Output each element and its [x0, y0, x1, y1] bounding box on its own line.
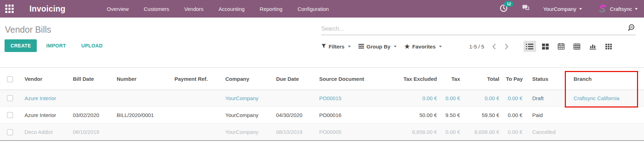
navbar-right: 12 YourCompany	[500, 4, 644, 14]
column-header-number[interactable]: Number	[112, 68, 170, 90]
cell-branch	[569, 106, 644, 123]
search-icon[interactable]	[627, 24, 635, 33]
cell-due_date: 08/10/2019	[272, 123, 314, 140]
cell-select	[0, 106, 20, 123]
cell-select	[0, 90, 20, 106]
cell-vendor: Azure Interior	[20, 106, 68, 123]
cell-source_document: PO00005	[314, 123, 385, 140]
cell-status: Paid	[527, 106, 569, 123]
cell-to_pay: 0.00 €	[504, 90, 527, 106]
cell-branch: Craftsync California	[569, 90, 644, 106]
cell-company: YourCompany	[221, 123, 272, 140]
column-header-tax[interactable]: Tax	[441, 68, 465, 90]
user-menu[interactable]: Craftsync	[598, 4, 638, 13]
activities-button[interactable]: 12	[500, 4, 508, 14]
app-name[interactable]: Invoicing	[29, 4, 66, 14]
control-panel: Vendor Bills CREATE IMPORT UPLOAD	[0, 18, 644, 68]
column-header-status[interactable]: Status	[527, 68, 569, 90]
cell-bill_date	[68, 90, 112, 106]
cell-total: 0.00 €	[465, 90, 504, 106]
cell-vendor: Deco Addict	[20, 123, 68, 140]
cell-tax: 0.00 €	[441, 90, 465, 106]
cell-number	[112, 123, 170, 140]
column-header-payment_ref[interactable]: Payment Ref.	[170, 68, 221, 90]
vendor-bills-table: VendorBill DateNumberPayment Ref.Company…	[0, 68, 644, 140]
create-button[interactable]: CREATE	[5, 39, 37, 52]
pager-next-button[interactable]	[503, 42, 511, 51]
column-header-source_document[interactable]: Source Document	[314, 68, 385, 90]
avatar	[598, 4, 607, 13]
import-button[interactable]: IMPORT	[46, 43, 66, 48]
favorites-dropdown[interactable]: ★ Favorites	[404, 44, 442, 50]
calendar-view-icon[interactable]	[555, 41, 568, 52]
select-all-header	[0, 68, 20, 90]
cell-status: Cancelled	[527, 123, 569, 140]
cell-total: 8,658.00 €	[465, 123, 504, 140]
table-row[interactable]: Deco Addict08/10/2019YourCompany08/10/20…	[0, 123, 644, 140]
cell-company: YourCompany	[221, 90, 272, 106]
messages-button[interactable]	[522, 5, 531, 13]
grid-view-icon[interactable]	[602, 41, 615, 52]
filters-dropdown[interactable]: Filters	[321, 44, 351, 50]
table-row[interactable]: Azure Interior03/02/2020BILL/2020/0001Yo…	[0, 106, 644, 123]
pager-previous-button[interactable]	[490, 42, 498, 51]
cell-payment_ref	[170, 90, 221, 106]
column-header-company[interactable]: Company	[221, 68, 272, 90]
column-header-due_date[interactable]: Due Date	[272, 68, 314, 90]
list-view-icon[interactable]	[523, 41, 536, 52]
cell-due_date: 04/30/2020	[272, 106, 314, 123]
pivot-view-icon[interactable]	[571, 41, 583, 52]
cell-number: BILL/2020/0001	[112, 106, 170, 123]
menu-item-reporting[interactable]: Reporting	[260, 6, 282, 12]
column-header-bill_date[interactable]: Bill Date	[68, 68, 112, 90]
cell-tax: 9.50 €	[441, 106, 465, 123]
column-header-total[interactable]: Total	[465, 68, 504, 90]
cell-number	[112, 90, 170, 106]
star-icon: ★	[404, 44, 410, 50]
upload-button[interactable]: UPLOAD	[81, 43, 103, 48]
menu-item-customers[interactable]: Customers	[144, 6, 169, 12]
company-switcher[interactable]: YourCompany	[543, 6, 582, 12]
cell-payment_ref	[170, 106, 221, 123]
search-input[interactable]	[321, 26, 627, 32]
kanban-view-icon[interactable]	[539, 41, 552, 52]
table-row[interactable]: Azure InteriorYourCompanyPO000150.00 €0.…	[0, 90, 644, 106]
menu-item-vendors[interactable]: Vendors	[184, 6, 204, 12]
filters-label: Filters	[329, 44, 344, 50]
cell-select	[0, 123, 20, 140]
cell-payment_ref	[170, 123, 221, 140]
column-header-vendor[interactable]: Vendor	[20, 68, 68, 90]
cell-tax_excluded: 8,658.00 €	[385, 123, 441, 140]
chevron-down-icon	[635, 8, 638, 10]
row-checkbox[interactable]	[7, 112, 13, 118]
cell-to_pay: 0.00 €	[504, 123, 527, 140]
apps-menu-icon[interactable]	[5, 5, 14, 13]
group-by-bars-icon	[358, 44, 364, 50]
select-all-checkbox[interactable]	[7, 76, 13, 82]
graph-view-icon[interactable]	[587, 41, 599, 52]
row-checkbox[interactable]	[7, 95, 13, 101]
cell-source_document: PO00016	[314, 106, 385, 123]
notification-badge: 12	[504, 1, 513, 7]
list-bottom-divider	[0, 140, 644, 141]
cell-due_date	[272, 90, 314, 106]
row-checkbox[interactable]	[7, 129, 13, 135]
menu-item-accounting[interactable]: Accounting	[219, 6, 245, 12]
column-header-to_pay[interactable]: To Pay	[504, 68, 527, 90]
cell-bill_date: 08/10/2019	[68, 123, 112, 140]
pager-range: 1-5 / 5	[469, 44, 484, 50]
cell-tax: 0.00 €	[441, 123, 465, 140]
cell-vendor: Azure Interior	[20, 90, 68, 106]
cell-bill_date: 03/02/2020	[68, 106, 112, 123]
group-by-dropdown[interactable]: Group By	[358, 44, 397, 50]
cell-source_document: PO00015	[314, 90, 385, 106]
column-header-branch[interactable]: Branch	[569, 68, 644, 90]
menu-item-overview[interactable]: Overview	[107, 6, 129, 12]
cell-company: YourCompany	[221, 106, 272, 123]
menu-item-configuration[interactable]: Configuration	[297, 6, 329, 12]
column-header-tax_excluded[interactable]: Tax Excluded	[385, 68, 441, 90]
main-menu: OverviewCustomersVendorsAccountingReport…	[107, 6, 329, 12]
chevron-down-icon	[579, 8, 582, 10]
cell-total: 59.50 €	[465, 106, 504, 123]
view-switcher	[523, 41, 615, 52]
